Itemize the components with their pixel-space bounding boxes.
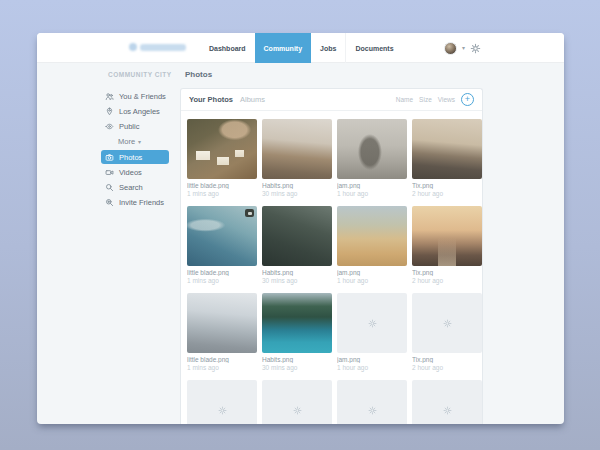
photo-cell: Habits.png30 mins ago <box>262 119 332 197</box>
pin-icon <box>105 107 114 116</box>
sort-by-views[interactable]: Views <box>438 96 455 103</box>
desktop-background: Dashboard Community Jobs Documents ▾ COM… <box>0 0 600 450</box>
photo-filename: Habits.png <box>262 356 332 363</box>
tab-albums[interactable]: Albums <box>240 95 265 104</box>
sidebar-item-label: You & Friends <box>119 92 166 101</box>
tab-your-photos[interactable]: Your Photos <box>189 95 233 104</box>
logo-wordmark <box>140 44 186 51</box>
photo-cell: jam.png1 hour ago <box>337 293 407 371</box>
sidebar: You & Friends Los Angeles Public <box>101 89 181 210</box>
photo-timestamp: 1 mins ago <box>187 277 257 284</box>
photo-thumbnail[interactable] <box>412 206 482 266</box>
sidebar-item-public[interactable]: Public <box>101 119 181 134</box>
photo-timestamp: 1 hour ago <box>337 364 407 371</box>
photo-cell: little blade.png1 mins ago <box>187 293 257 371</box>
photo-timestamp: 1 mins ago <box>187 190 257 197</box>
app-window: Dashboard Community Jobs Documents ▾ COM… <box>37 33 564 424</box>
photos-panel-header: Your Photos Albums Name Size Views + <box>181 89 482 111</box>
sort-by-name[interactable]: Name <box>396 96 413 103</box>
sort-by-size[interactable]: Size <box>419 96 432 103</box>
top-navbar: Dashboard Community Jobs Documents ▾ <box>37 33 564 63</box>
photo-filename: Habits.png <box>262 182 332 189</box>
chevron-down-icon[interactable]: ▾ <box>462 45 465 51</box>
photos-panel: Your Photos Albums Name Size Views + lit… <box>180 88 483 424</box>
photo-timestamp: 30 mins ago <box>262 364 332 371</box>
photo-thumbnail[interactable] <box>262 293 332 353</box>
sidebar-item-label: Los Angeles <box>119 107 160 116</box>
photo-thumbnail[interactable] <box>187 293 257 353</box>
loading-spinner-icon <box>368 406 377 415</box>
photo-filename: Tix.png <box>412 356 482 363</box>
loading-spinner-icon <box>293 406 302 415</box>
photo-loading-placeholder[interactable] <box>262 380 332 424</box>
photo-thumbnail[interactable] <box>262 206 332 266</box>
photo-badge-icon <box>245 209 254 217</box>
loading-spinner-icon <box>368 319 377 328</box>
sidebar-item-label: Photos <box>119 153 142 162</box>
photo-cell: little blade.png1 mins ago <box>187 206 257 284</box>
logo-icon <box>129 43 137 51</box>
photo-loading-placeholder[interactable] <box>187 380 257 424</box>
sidebar-item-you-and-friends[interactable]: You & Friends <box>101 89 181 104</box>
sidebar-item-label: Search <box>119 183 143 192</box>
photo-thumbnail[interactable] <box>337 206 407 266</box>
tab-jobs[interactable]: Jobs <box>311 33 345 63</box>
sidebar-item-label: Videos <box>119 168 142 177</box>
sidebar-item-videos[interactable]: Videos <box>101 165 181 180</box>
photo-loading-placeholder[interactable] <box>337 380 407 424</box>
sidebar-item-search[interactable]: Search <box>101 180 181 195</box>
add-photo-button[interactable]: + <box>461 93 474 106</box>
photo-cell: jam.png1 hour ago <box>337 206 407 284</box>
sidebar-item-photos[interactable]: Photos <box>101 150 169 164</box>
photo-thumbnail[interactable] <box>262 119 332 179</box>
invite-icon <box>105 198 114 207</box>
photo-thumbnail[interactable] <box>187 206 257 266</box>
photo-thumbnail[interactable] <box>337 119 407 179</box>
photo-timestamp: 1 mins ago <box>187 364 257 371</box>
photo-filename: little blade.png <box>187 182 257 189</box>
photo-timestamp: 2 hour ago <box>412 364 482 371</box>
photo-loading-placeholder[interactable] <box>412 380 482 424</box>
search-icon <box>105 183 114 192</box>
photo-cell <box>412 380 482 424</box>
nav-tabs: Dashboard Community Jobs Documents <box>200 33 403 63</box>
friends-icon <box>105 92 114 101</box>
sidebar-item-invite-friends[interactable]: Invite Friends <box>101 195 181 210</box>
photo-cell: little blade.png1 mins ago <box>187 119 257 197</box>
loading-spinner-icon <box>443 319 452 328</box>
photo-timestamp: 1 hour ago <box>337 277 407 284</box>
public-icon <box>105 122 114 131</box>
avatar[interactable] <box>444 42 457 55</box>
tab-dashboard[interactable]: Dashboard <box>200 33 255 63</box>
photo-timestamp: 30 mins ago <box>262 190 332 197</box>
sidebar-item-label: More <box>118 137 135 146</box>
video-icon <box>105 168 114 177</box>
photo-cell: jam.png1 hour ago <box>337 119 407 197</box>
gear-icon[interactable] <box>470 43 481 54</box>
photo-grid: little blade.png1 mins agoHabits.png30 m… <box>181 111 482 424</box>
header-user-area: ▾ <box>444 33 481 63</box>
tab-documents[interactable]: Documents <box>345 33 402 63</box>
content-area: COMMUNITY CITY Photos You & Friends <box>37 63 564 424</box>
photo-filename: little blade.png <box>187 269 257 276</box>
photo-cell: Tix.png2 hour ago <box>412 206 482 284</box>
sidebar-item-label: Invite Friends <box>119 198 164 207</box>
photo-cell <box>187 380 257 424</box>
photo-filename: jam.png <box>337 269 407 276</box>
sidebar-item-more[interactable]: More ▾ <box>101 134 181 149</box>
photo-filename: little blade.png <box>187 356 257 363</box>
tab-community[interactable]: Community <box>255 33 312 63</box>
photo-thumbnail[interactable] <box>412 119 482 179</box>
photo-loading-placeholder[interactable] <box>337 293 407 353</box>
photo-filename: jam.png <box>337 356 407 363</box>
sidebar-item-los-angeles[interactable]: Los Angeles <box>101 104 181 119</box>
photo-loading-placeholder[interactable] <box>412 293 482 353</box>
logo[interactable] <box>129 43 186 51</box>
photo-timestamp: 1 hour ago <box>337 190 407 197</box>
photo-timestamp: 2 hour ago <box>412 190 482 197</box>
page-title: Photos <box>185 70 212 79</box>
loading-spinner-icon <box>218 406 227 415</box>
photo-filename: Tix.png <box>412 182 482 189</box>
photo-thumbnail[interactable] <box>187 119 257 179</box>
photo-cell: Tix.png2 hour ago <box>412 119 482 197</box>
